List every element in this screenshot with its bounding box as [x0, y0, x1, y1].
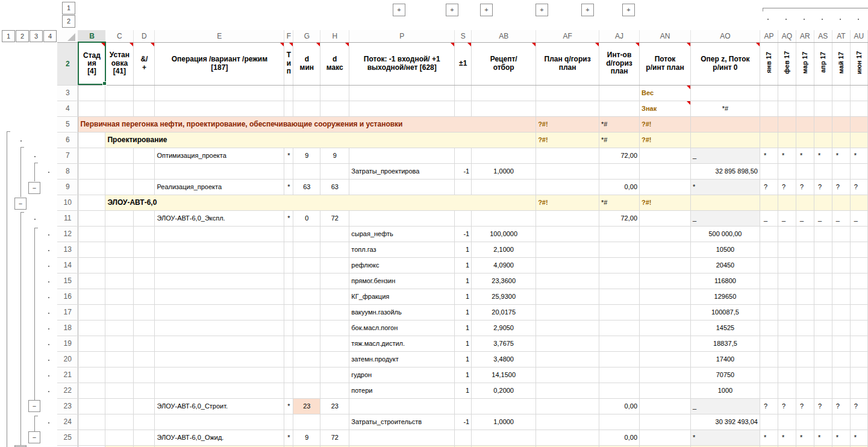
cell-AQ11[interactable]: _ [778, 210, 796, 226]
cell-E16[interactable] [155, 289, 284, 304]
column-letter-AT[interactable]: AT [832, 30, 850, 42]
cell-E14[interactable] [155, 257, 284, 273]
cell-D24[interactable] [134, 414, 155, 430]
cell-H4[interactable] [320, 101, 349, 116]
cell-C19[interactable] [105, 336, 134, 351]
column-letter-D[interactable]: D [134, 30, 155, 42]
cell-AQ10[interactable] [778, 195, 796, 210]
cell-AR6[interactable] [796, 132, 814, 148]
cell-AP4[interactable] [760, 101, 778, 116]
cell-AT19[interactable] [832, 336, 850, 351]
cell-AF15[interactable] [536, 273, 599, 289]
cell-P22[interactable]: потери [349, 383, 455, 398]
cell-AT8[interactable] [832, 163, 850, 179]
cell-AJ13[interactable] [599, 242, 640, 257]
cell-AU13[interactable] [850, 242, 867, 257]
cell-AT13[interactable] [832, 242, 850, 257]
cell-D7[interactable] [134, 148, 155, 163]
cell-B12[interactable] [78, 226, 105, 242]
cell-AO10[interactable] [690, 195, 760, 210]
cell-AS13[interactable] [814, 242, 832, 257]
expand-columns-button-4[interactable]: + [535, 4, 548, 16]
row-header-5[interactable]: 5 [57, 116, 78, 132]
cell-P11[interactable] [349, 210, 455, 226]
cell-F19[interactable] [284, 336, 293, 351]
cell-P25[interactable] [349, 430, 455, 445]
cell-AO4[interactable]: *# [690, 101, 760, 116]
cell-AR8[interactable] [796, 163, 814, 179]
cell-S25[interactable] [455, 430, 472, 445]
cell-AF23[interactable] [536, 398, 599, 414]
cell-E23[interactable]: ЭЛОУ-АВТ-6,0_Строит. [155, 398, 284, 414]
cell-AF4[interactable] [536, 101, 599, 116]
cell-AR5[interactable] [796, 116, 814, 132]
cell-C17[interactable] [105, 304, 134, 320]
cell-AF5[interactable]: ?#! [536, 116, 599, 132]
cell-AR11[interactable]: _ [796, 210, 814, 226]
cell-AO20[interactable]: 17400 [690, 351, 760, 367]
cell-AO9[interactable]: * [690, 179, 760, 195]
column-letter-AQ[interactable]: AQ [778, 30, 796, 42]
cell-B11[interactable] [78, 210, 105, 226]
cell-F21[interactable] [284, 367, 293, 383]
cell-S16[interactable]: 1 [455, 289, 472, 304]
collapse-rows-button-group-12-22[interactable]: − [28, 400, 40, 412]
cell-AB25[interactable] [472, 430, 536, 445]
column-letter-H[interactable]: H [320, 30, 349, 42]
cell-F23[interactable]: * [284, 398, 293, 414]
cell-G25[interactable]: 9 [293, 430, 320, 445]
column-letter-S[interactable]: S [455, 30, 472, 42]
cell-D14[interactable] [134, 257, 155, 273]
cell-AF12[interactable] [536, 226, 599, 242]
cell-AN10[interactable]: ?#! [640, 195, 691, 210]
cell-AB16[interactable]: 25,9300 [472, 289, 536, 304]
cell-AN20[interactable] [640, 351, 691, 367]
cell-F24[interactable] [284, 414, 293, 430]
cell-AJ16[interactable] [599, 289, 640, 304]
cell-E2[interactable]: Операция /вариант /режим [187] [155, 42, 284, 85]
cell-AP16[interactable] [760, 289, 778, 304]
cell-C24[interactable] [105, 414, 134, 430]
cell-AF2[interactable]: План q/гориз план [536, 42, 599, 85]
cell-C23[interactable] [105, 398, 134, 414]
cell-AB8[interactable]: 1,0000 [472, 163, 536, 179]
cell-G11[interactable]: 0 [293, 210, 320, 226]
cell-AJ18[interactable] [599, 320, 640, 336]
cell-AP20[interactable] [760, 351, 778, 367]
cell-P4[interactable] [349, 101, 455, 116]
cell-AJ4[interactable] [599, 101, 640, 116]
cell-E4[interactable] [155, 101, 284, 116]
cell-E25[interactable]: ЭЛОУ-АВТ-6,0_Ожид. [155, 430, 284, 445]
cell-B19[interactable] [78, 336, 105, 351]
cell-AF11[interactable] [536, 210, 599, 226]
cell-F3[interactable] [284, 85, 293, 101]
cell-AJ8[interactable] [599, 163, 640, 179]
cell-AJ12[interactable] [599, 226, 640, 242]
cell-E24[interactable] [155, 414, 284, 430]
cell-F12[interactable] [284, 226, 293, 242]
cell-AN13[interactable] [640, 242, 691, 257]
cell-AO21[interactable]: 70750 [690, 367, 760, 383]
cell-AQ22[interactable] [778, 383, 796, 398]
cell-D9[interactable] [134, 179, 155, 195]
cell-G13[interactable] [293, 242, 320, 257]
cell-G17[interactable] [293, 304, 320, 320]
cell-P18[interactable]: бок.масл.погон [349, 320, 455, 336]
cell-AB19[interactable]: 3,7675 [472, 336, 536, 351]
cell-P14[interactable]: рефлюкс [349, 257, 455, 273]
cell-AQ25[interactable]: * [778, 430, 796, 445]
cell-AU9[interactable]: ? [850, 179, 867, 195]
cell-H17[interactable] [320, 304, 349, 320]
cell-AN9[interactable] [640, 179, 691, 195]
cell-G12[interactable] [293, 226, 320, 242]
cell-G23[interactable]: 23 [293, 398, 320, 414]
cell-D13[interactable] [134, 242, 155, 257]
cell-AF8[interactable] [536, 163, 599, 179]
cell-S7[interactable] [455, 148, 472, 163]
cell-H13[interactable] [320, 242, 349, 257]
cell-C18[interactable] [105, 320, 134, 336]
cell-AP3[interactable] [760, 85, 778, 101]
cell-AJ24[interactable] [599, 414, 640, 430]
cell-B16[interactable] [78, 289, 105, 304]
cell-H23[interactable]: 23 [320, 398, 349, 414]
